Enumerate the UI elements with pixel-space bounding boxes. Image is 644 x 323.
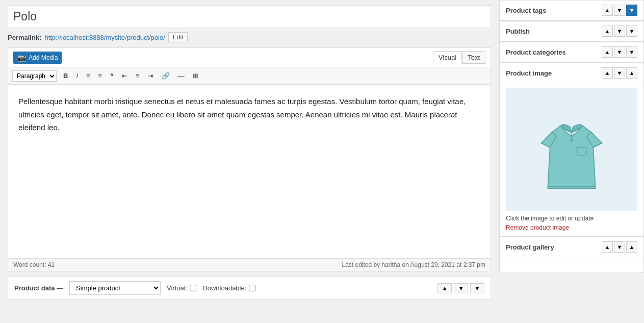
product-tags-controls: ▲ ▼ ▼: [602, 5, 637, 16]
editor-statusbar: Word count: 41 Last edited by haritha on…: [8, 258, 491, 271]
post-title-input[interactable]: [8, 5, 491, 28]
product-tags-title: Product tags: [506, 7, 546, 14]
downloadable-group: Downloadable:: [202, 284, 255, 292]
visual-tab[interactable]: Visual: [433, 51, 462, 64]
visual-text-tabs: Visual Text: [433, 51, 485, 64]
categories-down-btn[interactable]: ▼: [614, 46, 625, 58]
text-tab[interactable]: Text: [462, 51, 485, 64]
horizontal-rule-button[interactable]: ―: [174, 70, 188, 82]
main-content: Permalink: http://localhost:8888/mysite/…: [0, 0, 499, 323]
product-image-panel: Product image ▲ ▼ ▲: [499, 63, 644, 237]
editor-body[interactable]: Pellentesque habitant morbi tristique se…: [8, 85, 491, 258]
image-click-text: Click the image to edit or update: [506, 215, 637, 222]
editor-top-toolbar: 📷 Add Media Visual Text: [8, 48, 491, 67]
downloadable-label: Downloadable:: [202, 284, 246, 292]
product-gallery-controls: ▲ ▼ ▲: [602, 241, 637, 253]
product-image-header[interactable]: Product image ▲ ▼ ▲: [500, 63, 643, 83]
italic-button[interactable]: I: [72, 70, 82, 82]
product-tags-panel: Product tags ▲ ▼ ▼: [499, 0, 644, 21]
permalink-bar: Permalink: http://localhost:8888/mysite/…: [8, 32, 491, 42]
sidebar: Product tags ▲ ▼ ▼ Publish ▲ ▼ ▼ Product…: [499, 0, 644, 323]
align-right-button[interactable]: ⇥: [144, 70, 157, 82]
product-image-body: Click the image to edit or update Remove…: [500, 83, 643, 236]
editor-content: Pellentesque habitant morbi tristique se…: [18, 95, 480, 134]
publish-panel: Publish ▲ ▼ ▼: [499, 21, 644, 42]
categories-up-btn[interactable]: ▲: [602, 46, 613, 58]
publish-up-btn[interactable]: ▲: [602, 26, 613, 37]
product-gallery-header[interactable]: Product gallery ▲ ▼ ▲: [500, 237, 643, 257]
virtual-checkbox[interactable]: [190, 285, 196, 291]
product-image-controls: ▲ ▼ ▲: [602, 67, 637, 79]
blockquote-button[interactable]: ❝: [107, 70, 117, 82]
product-categories-title: Product categories: [506, 48, 566, 56]
add-media-icon: 📷: [17, 54, 26, 62]
polo-shirt-image: [528, 98, 615, 201]
format-toolbar: Paragraph Heading 1 Heading 2 Heading 3 …: [8, 67, 491, 85]
align-center-button[interactable]: ≡: [132, 70, 143, 82]
product-type-select[interactable]: Simple product Variable product Grouped …: [69, 281, 161, 295]
permalink-edit-button[interactable]: Edit: [168, 32, 188, 42]
product-image-container[interactable]: [506, 88, 637, 211]
product-gallery-panel: Product gallery ▲ ▼ ▲: [499, 237, 644, 273]
product-data-bar: Product data — Simple product Variable p…: [8, 277, 491, 300]
virtual-label: Virtual:: [167, 284, 187, 292]
unordered-list-button[interactable]: ≡: [83, 70, 94, 82]
gallery-up-btn[interactable]: ▲: [602, 241, 613, 253]
image-toggle-btn[interactable]: ▲: [626, 67, 637, 79]
categories-toggle-btn[interactable]: ▼: [626, 46, 637, 58]
publish-controls: ▲ ▼ ▼: [602, 26, 637, 37]
ordered-list-button[interactable]: ≡: [95, 70, 106, 82]
image-down-btn[interactable]: ▼: [614, 67, 625, 79]
remove-product-image-link[interactable]: Remove product image: [506, 224, 569, 231]
product-tags-toggle-btn[interactable]: ▼: [626, 5, 637, 16]
align-left-button[interactable]: ⇤: [118, 70, 131, 82]
publish-down-btn[interactable]: ▼: [614, 26, 625, 37]
image-actions: Click the image to edit or update Remove…: [506, 215, 637, 231]
permalink-label: Permalink:: [8, 34, 41, 41]
product-tags-up-btn[interactable]: ▲: [602, 5, 613, 16]
product-data-arrow-controls: ▲ ▼ ▼: [437, 283, 484, 293]
svg-point-1: [570, 134, 573, 137]
product-gallery-title: Product gallery: [506, 243, 554, 251]
product-data-label: Product data —: [14, 284, 63, 292]
paragraph-select[interactable]: Paragraph Heading 1 Heading 2 Heading 3: [12, 70, 57, 82]
product-image-title: Product image: [506, 69, 552, 77]
product-data-up-button[interactable]: ▲: [437, 283, 452, 293]
publish-header[interactable]: Publish ▲ ▼ ▼: [500, 21, 643, 41]
virtual-group: Virtual:: [167, 284, 196, 292]
add-media-button[interactable]: 📷 Add Media: [13, 52, 62, 64]
last-edited-text: Last edited by haritha on August 29, 202…: [342, 261, 485, 268]
downloadable-checkbox[interactable]: [249, 285, 255, 291]
word-count: Word count: 41: [13, 261, 55, 268]
product-tags-down-btn[interactable]: ▼: [614, 5, 625, 16]
svg-point-2: [570, 139, 573, 141]
product-categories-header[interactable]: Product categories ▲ ▼ ▼: [500, 42, 643, 62]
product-tags-header[interactable]: Product tags ▲ ▼ ▼: [500, 1, 643, 20]
table-button[interactable]: ⊞: [189, 70, 202, 82]
product-categories-panel: Product categories ▲ ▼ ▼: [499, 42, 644, 63]
editor-container: 📷 Add Media Visual Text Paragraph Headin…: [8, 47, 491, 271]
publish-title: Publish: [506, 28, 530, 35]
link-button[interactable]: 🔗: [158, 70, 173, 82]
product-categories-controls: ▲ ▼ ▼: [602, 46, 637, 58]
product-data-down-button[interactable]: ▼: [454, 283, 468, 293]
permalink-url[interactable]: http://localhost:8888/mysite/product/pol…: [44, 34, 165, 41]
gallery-toggle-btn[interactable]: ▲: [626, 241, 637, 253]
publish-toggle-btn[interactable]: ▼: [626, 26, 637, 37]
add-media-label: Add Media: [29, 54, 58, 61]
gallery-down-btn[interactable]: ▼: [614, 241, 625, 253]
product-data-toggle-button[interactable]: ▼: [470, 283, 484, 293]
image-up-btn[interactable]: ▲: [602, 67, 613, 79]
product-gallery-body: [500, 257, 643, 272]
bold-button[interactable]: B: [60, 70, 71, 82]
